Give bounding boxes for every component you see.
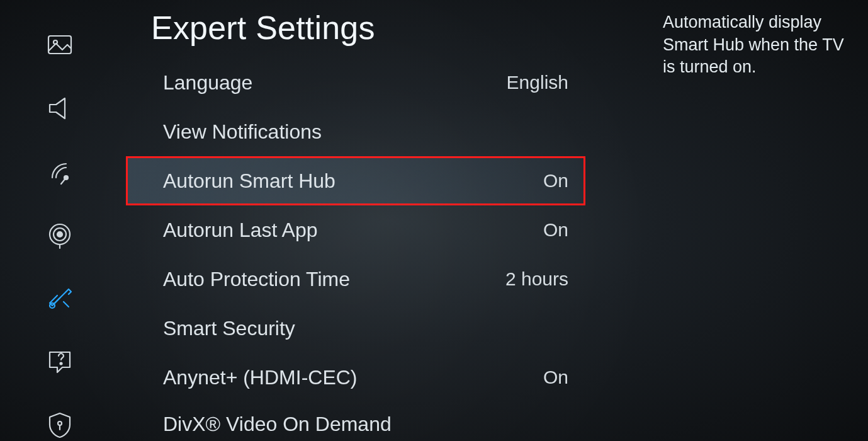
row-label: Anynet+ (HDMI-CEC) xyxy=(163,366,358,389)
row-view-notifications[interactable]: View Notifications xyxy=(126,107,585,156)
settings-list: Language English View Notifications Auto… xyxy=(126,58,585,440)
row-value: On xyxy=(543,170,568,192)
row-label: DivX® Video On Demand xyxy=(163,413,392,436)
privacy-icon[interactable] xyxy=(42,408,77,441)
broadcast-icon[interactable] xyxy=(42,155,77,188)
row-divx[interactable]: DivX® Video On Demand xyxy=(126,402,585,440)
description-panel: Automatically display Smart Hub when the… xyxy=(663,11,852,79)
row-auto-protection-time[interactable]: Auto Protection Time 2 hours xyxy=(126,255,585,304)
row-label: Smart Security xyxy=(163,317,295,340)
sound-icon[interactable] xyxy=(42,91,77,124)
row-autorun-smart-hub[interactable]: Autorun Smart Hub On xyxy=(126,156,585,205)
row-label: Language xyxy=(163,71,252,94)
svg-point-7 xyxy=(60,363,62,365)
row-value: 2 hours xyxy=(505,268,568,290)
row-label: View Notifications xyxy=(163,120,322,144)
row-label: Auto Protection Time xyxy=(163,268,350,291)
row-anynet[interactable]: Anynet+ (HDMI-CEC) On xyxy=(126,353,585,402)
row-label: Autorun Smart Hub xyxy=(163,169,335,193)
network-icon[interactable] xyxy=(42,218,77,251)
row-label: Autorun Last App xyxy=(163,219,318,242)
system-icon[interactable] xyxy=(42,282,77,314)
picture-icon[interactable] xyxy=(42,28,77,61)
row-value: On xyxy=(543,219,568,241)
svg-point-3 xyxy=(57,232,62,237)
row-language[interactable]: Language English xyxy=(126,58,585,107)
support-icon[interactable] xyxy=(42,345,77,377)
row-value: English xyxy=(507,72,568,93)
row-smart-security[interactable]: Smart Security xyxy=(126,304,585,353)
row-value: On xyxy=(543,367,568,388)
settings-sidebar xyxy=(0,0,120,441)
row-autorun-last-app[interactable]: Autorun Last App On xyxy=(126,205,585,255)
